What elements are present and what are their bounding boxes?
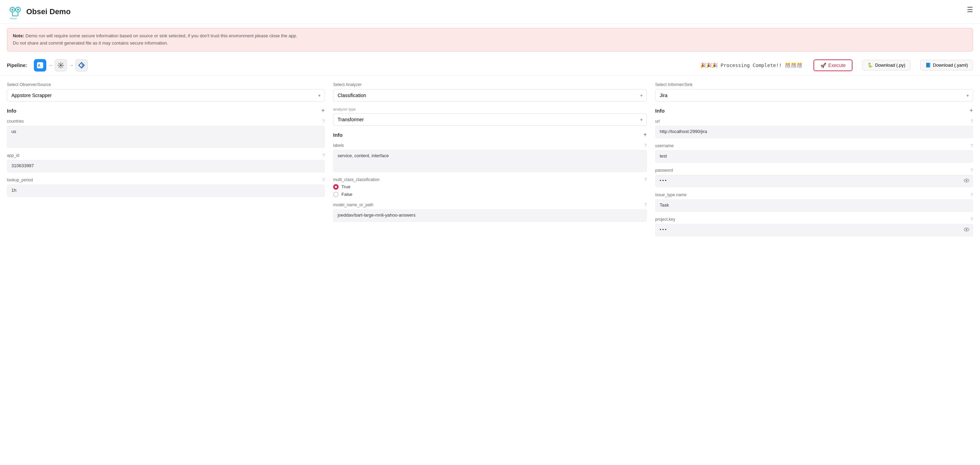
radio-false-circle bbox=[333, 192, 339, 197]
analyzer-labels-field: labels ? service, content, interface bbox=[333, 143, 647, 172]
sink-username-value: test bbox=[655, 150, 973, 163]
alert-note-label: Note: bbox=[13, 33, 24, 38]
analyzer-type-select[interactable]: Transformer HuggingFace bbox=[333, 113, 647, 126]
observer-select[interactable]: Appstore Scrapper Twitter Reddit Slack bbox=[7, 89, 325, 102]
analyzer-column: Select Analyzer Classification Sentiment… bbox=[329, 82, 651, 227]
observer-appid-help[interactable]: ? bbox=[322, 153, 325, 158]
radio-true-label: True bbox=[341, 184, 350, 189]
sink-select[interactable]: Jira Slack Email Discord bbox=[655, 89, 973, 102]
analyzer-select-label: Select Analyzer bbox=[333, 82, 647, 87]
analyzer-multiclass-help[interactable]: ? bbox=[644, 177, 647, 183]
sink-projectkey-field: project.key ? ••• bbox=[655, 217, 973, 236]
analyzer-model-help[interactable]: ? bbox=[644, 202, 647, 208]
radio-true[interactable]: True bbox=[333, 184, 647, 190]
svg-point-10 bbox=[60, 64, 62, 66]
pipeline-label: Pipeline: bbox=[7, 62, 27, 68]
sink-select-label: Select Informer/Sink bbox=[655, 82, 973, 87]
sink-password-help[interactable]: ? bbox=[970, 168, 973, 173]
sink-add-button[interactable]: + bbox=[969, 107, 973, 114]
sink-projectkey-wrapper: ••• bbox=[655, 224, 973, 236]
observer-lookup-label: lookup_period bbox=[7, 178, 33, 183]
execute-rocket-icon: 🚀 bbox=[820, 62, 826, 68]
sink-select-wrapper: Jira Slack Email Discord ▾ bbox=[655, 89, 973, 102]
analyzer-multiclass-radio: True False bbox=[333, 184, 647, 197]
analyzer-model-value: joeddav/bart-large-mnli-yahoo-answers bbox=[333, 209, 647, 222]
sink-projectkey-toggle[interactable] bbox=[963, 226, 970, 233]
radio-true-circle bbox=[333, 184, 339, 190]
analyzer-info-title: Info bbox=[333, 132, 343, 138]
svg-text:Obsei: Obsei bbox=[10, 17, 17, 20]
sink-username-field: username ? test bbox=[655, 143, 973, 163]
observer-lookup-field: lookup_period ? 1h bbox=[7, 177, 325, 197]
analyzer-labels-value: service, content, interface bbox=[333, 150, 647, 172]
analyzer-info-section: Info + labels ? service, content, interf… bbox=[333, 131, 647, 222]
observer-info-header: Info + bbox=[7, 107, 325, 114]
sink-password-wrapper: ••• bbox=[655, 175, 973, 187]
observer-lookup-help[interactable]: ? bbox=[322, 177, 325, 183]
download-yaml-button[interactable]: 📘 Download (.yaml) bbox=[920, 60, 973, 70]
observer-countries-help[interactable]: ? bbox=[322, 119, 325, 124]
sink-projectkey-help[interactable]: ? bbox=[970, 217, 973, 222]
sink-password-label: password bbox=[655, 168, 673, 173]
pipeline-sink-icon bbox=[75, 59, 88, 71]
analyzer-select-wrapper: Classification Sentiment NER ▾ bbox=[333, 89, 647, 102]
observer-countries-value: us bbox=[7, 126, 325, 148]
pipeline-arrow-2: → bbox=[68, 62, 74, 68]
observer-appid-label: app_id bbox=[7, 153, 19, 158]
svg-point-14 bbox=[966, 229, 967, 230]
observer-countries-label: countries bbox=[7, 119, 24, 124]
sink-url-label: url bbox=[655, 119, 660, 124]
pipeline-bar: Pipeline: A → → 🎉🎉🎉 Processing Complete!… bbox=[0, 56, 980, 75]
app-title: Obsei Demo bbox=[26, 7, 70, 16]
download-py-icon: 🐍 bbox=[867, 62, 873, 68]
logo-area: Obsei Obsei Demo bbox=[7, 3, 70, 20]
sink-column: Select Informer/Sink Jira Slack Email Di… bbox=[651, 82, 973, 241]
observer-appid-value: 310633997 bbox=[7, 160, 325, 172]
pipeline-source-icon: A bbox=[34, 59, 46, 71]
observer-add-button[interactable]: + bbox=[321, 107, 325, 114]
analyzer-multiclass-field: multi_class_classification ? True False bbox=[333, 177, 647, 197]
observer-lookup-value: 1h bbox=[7, 184, 325, 197]
analyzer-model-field: model_name_or_path ? joeddav/bart-large-… bbox=[333, 202, 647, 222]
observer-info-title: Info bbox=[7, 108, 17, 114]
alert-banner: Note: Demo run will require some secure … bbox=[7, 28, 973, 51]
sink-password-toggle[interactable] bbox=[963, 177, 970, 184]
analyzer-select[interactable]: Classification Sentiment NER bbox=[333, 89, 647, 102]
sink-issuetype-label: issue_type.name bbox=[655, 192, 687, 197]
svg-text:A: A bbox=[38, 63, 40, 67]
execute-label: Execute bbox=[828, 62, 846, 68]
execute-button[interactable]: 🚀 Execute bbox=[813, 59, 853, 71]
analyzer-model-label: model_name_or_path bbox=[333, 202, 374, 207]
observer-column: Select Observer/Source Appstore Scrapper… bbox=[7, 82, 329, 202]
pipeline-process-icon bbox=[55, 59, 67, 71]
sink-issuetype-field: issue_type.name ? Task bbox=[655, 192, 973, 212]
download-py-label: Download (.py) bbox=[875, 62, 905, 68]
sink-url-field: url ? http://localhost:2990/jira bbox=[655, 119, 973, 138]
sink-url-help[interactable]: ? bbox=[970, 119, 973, 124]
radio-false[interactable]: False bbox=[333, 192, 647, 197]
analyzer-type-label: analyzer type bbox=[333, 107, 647, 111]
observer-select-wrapper: Appstore Scrapper Twitter Reddit Slack ▾ bbox=[7, 89, 325, 102]
download-py-button[interactable]: 🐍 Download (.py) bbox=[862, 60, 910, 70]
pipeline-icons: A → → bbox=[34, 59, 88, 71]
sink-projectkey-label: project.key bbox=[655, 217, 675, 222]
svg-point-12 bbox=[966, 179, 967, 181]
observer-select-label: Select Observer/Source bbox=[7, 82, 325, 87]
sink-issuetype-help[interactable]: ? bbox=[970, 192, 973, 198]
sink-password-value: ••• bbox=[655, 175, 973, 187]
analyzer-info-header: Info + bbox=[333, 131, 647, 138]
sink-info-section: Info + url ? http://localhost:2990/jira … bbox=[655, 107, 973, 236]
analyzer-add-button[interactable]: + bbox=[643, 131, 647, 138]
sink-username-help[interactable]: ? bbox=[970, 143, 973, 149]
main-content: Select Observer/Source Appstore Scrapper… bbox=[0, 75, 980, 248]
analyzer-labels-help[interactable]: ? bbox=[644, 143, 647, 148]
sink-url-value: http://localhost:2990/jira bbox=[655, 126, 973, 138]
sink-info-title: Info bbox=[655, 108, 665, 114]
pipeline-arrow-1: → bbox=[48, 62, 53, 68]
sink-username-label: username bbox=[655, 143, 673, 148]
download-yaml-icon: 📘 bbox=[925, 62, 931, 68]
analyzer-type-select-wrapper: Transformer HuggingFace ▾ bbox=[333, 113, 647, 126]
sink-info-header: Info + bbox=[655, 107, 973, 114]
radio-false-label: False bbox=[341, 192, 352, 197]
hamburger-menu[interactable]: ☰ bbox=[967, 6, 973, 14]
